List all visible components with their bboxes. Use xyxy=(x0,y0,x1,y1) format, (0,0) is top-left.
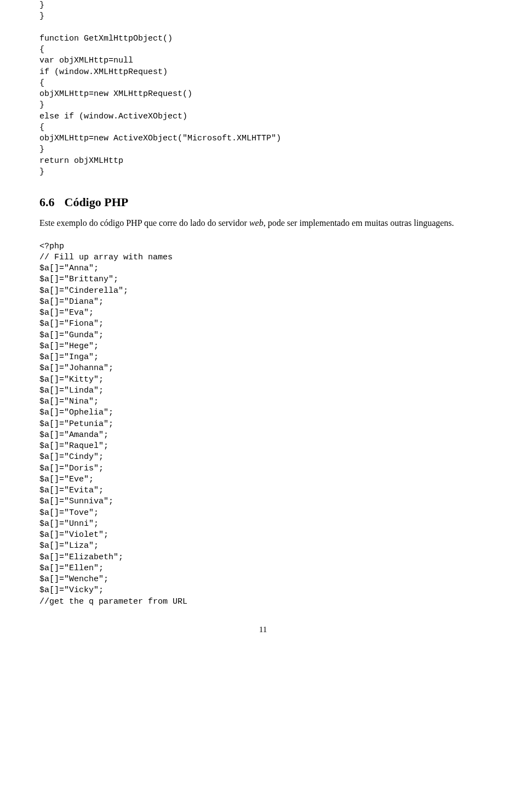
section-number: 6.6 xyxy=(39,195,55,209)
page-number: 11 xyxy=(39,625,487,634)
paragraph-text-post: , pode ser implementado em muitas outras… xyxy=(264,218,454,228)
section-title: Código PHP xyxy=(65,195,129,209)
code-block-js: } } function GetXmlHttpObject() { var ob… xyxy=(39,0,487,178)
paragraph-text-pre: Este exemplo do código PHP que corre do … xyxy=(39,218,249,228)
code-block-php: <?php // Fill up array with names $a[]="… xyxy=(39,241,487,607)
paragraph-text-em: web xyxy=(249,218,264,228)
section-heading: 6.6Código PHP xyxy=(39,195,487,209)
section-intro-paragraph: Este exemplo do código PHP que corre do … xyxy=(39,217,487,229)
